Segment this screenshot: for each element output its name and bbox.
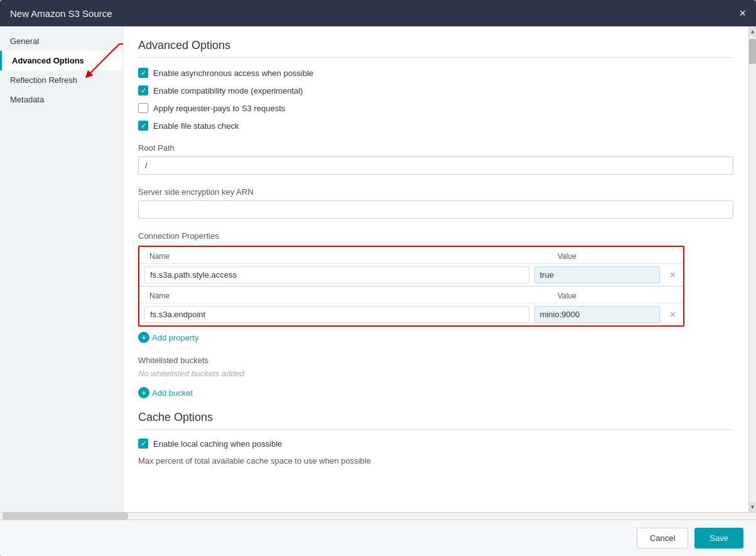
add-property-label: Add property [152, 333, 198, 342]
prop-entry-1-delete-button[interactable]: × [667, 270, 678, 280]
whitelisted-buckets-section: Whitelisted buckets No whitelisted bucke… [138, 356, 733, 398]
encryption-group: Server side encryption key ARN [138, 187, 733, 219]
add-bucket-button[interactable]: + Add bucket [138, 387, 193, 398]
add-property-icon: + [138, 332, 149, 343]
dialog-body: General Advanced Options Reflection Refr… [0, 26, 756, 512]
root-path-label: Root Path [138, 143, 733, 153]
vertical-scrollbar[interactable]: ▲ ▼ [748, 26, 756, 512]
cancel-button[interactable]: Cancel [637, 528, 688, 548]
dialog-header: New Amazon S3 Source × [0, 0, 756, 26]
checkbox-filestatus-label: Enable file status check [153, 121, 239, 131]
checkbox-async-label: Enable asynchronous access when possible [153, 68, 313, 78]
checkbox-async[interactable] [138, 68, 148, 78]
add-property-button[interactable]: + Add property [138, 332, 198, 343]
checkbox-row-async: Enable asynchronous access when possible [138, 68, 733, 78]
cache-options-title: Cache Options [138, 411, 733, 430]
checkbox-row-compat: Enable compatibility mode (experimental) [138, 85, 733, 95]
save-button[interactable]: Save [694, 528, 743, 548]
sidebar-item-advanced-options[interactable]: Advanced Options [0, 51, 122, 70]
connection-props-table: Name Value × [138, 246, 684, 327]
checkbox-requester-label: Apply requester-pays to S3 requests [153, 104, 285, 113]
scroll-up-button[interactable]: ▲ [749, 26, 756, 36]
prop-entry-2-value-input[interactable] [534, 306, 660, 323]
whitelisted-buckets-empty: No whitelisted buckets added [138, 369, 733, 378]
connection-props-label: Connection Properties [138, 231, 733, 241]
prop-entry-1-row: × [139, 263, 683, 286]
checkbox-compat[interactable] [138, 85, 148, 95]
prop-entry-2-name-input[interactable] [144, 306, 529, 323]
prop-entry-2-name-col [144, 306, 529, 323]
checkbox-compat-label: Enable compatibility mode (experimental) [153, 86, 303, 95]
root-path-group: Root Path [138, 143, 733, 175]
content-wrapper: Advanced Options Enable asynchronous acc… [123, 26, 756, 512]
scroll-down-button[interactable]: ▼ [749, 502, 756, 512]
main-content: Advanced Options Enable asynchronous acc… [123, 26, 748, 512]
prop-entry-2-value-header: Value [553, 289, 678, 302]
prop-entry-2-headers: Name Value [139, 286, 683, 303]
checkbox-local-cache[interactable] [138, 439, 148, 449]
prop-entry-1-name-col [144, 266, 529, 283]
prop-entry-1-value-input[interactable] [534, 266, 660, 283]
prop-entry-2-name-header: Name [144, 289, 548, 302]
prop-entry-1-value-header: Value [553, 249, 678, 262]
prop-entry-1: Name Value × [139, 247, 683, 286]
prop-entry-1-name-header: Name [144, 249, 548, 262]
whitelisted-buckets-label: Whitelisted buckets [138, 356, 733, 365]
sidebar-item-general[interactable]: General [0, 31, 122, 51]
encryption-label: Server side encryption key ARN [138, 187, 733, 197]
cache-options-section: Cache Options Enable local caching when … [138, 411, 733, 466]
sidebar: General Advanced Options Reflection Refr… [0, 26, 123, 512]
encryption-input[interactable] [138, 200, 733, 219]
dialog: New Amazon S3 Source × General Advanced … [0, 0, 756, 556]
close-button[interactable]: × [739, 8, 746, 19]
add-bucket-label: Add bucket [152, 388, 193, 398]
prop-entry-2: Name Value × [139, 286, 683, 325]
checkbox-row-filestatus: Enable file status check [138, 121, 733, 131]
advanced-options-title: Advanced Options [138, 39, 733, 58]
horizontal-scrollbar[interactable] [0, 512, 756, 520]
checkbox-row-requester: Apply requester-pays to S3 requests [138, 103, 733, 113]
prop-entry-2-value-col [534, 306, 660, 323]
prop-entry-1-value-col [534, 266, 660, 283]
sidebar-item-metadata[interactable]: Metadata [0, 90, 122, 109]
checkbox-filestatus[interactable] [138, 121, 148, 131]
checkbox-local-cache-label: Enable local caching when possible [153, 439, 282, 449]
add-bucket-icon: + [138, 387, 149, 398]
h-scroll-thumb[interactable] [3, 513, 128, 520]
checkbox-requester[interactable] [138, 103, 148, 113]
prop-entry-2-delete-button[interactable]: × [667, 310, 678, 320]
max-cache-label: Max percent of total available cache spa… [138, 456, 733, 466]
prop-entry-1-name-input[interactable] [144, 266, 529, 283]
scroll-thumb[interactable] [749, 39, 756, 64]
prop-entry-1-headers: Name Value [139, 247, 683, 263]
checkbox-row-local-cache: Enable local caching when possible [138, 439, 733, 449]
sidebar-item-reflection-refresh[interactable]: Reflection Refresh [0, 70, 122, 90]
dialog-footer: Cancel Save [0, 520, 756, 556]
connection-properties-section: Connection Properties Name Value [138, 231, 733, 343]
root-path-input[interactable] [138, 156, 733, 175]
dialog-title: New Amazon S3 Source [10, 8, 112, 19]
prop-entry-2-row: × [139, 303, 683, 325]
